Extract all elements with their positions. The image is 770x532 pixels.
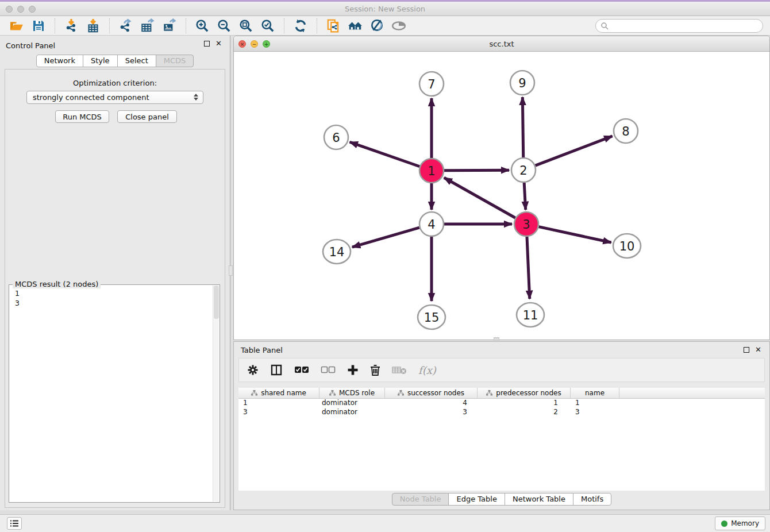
export-image-icon[interactable]	[161, 18, 178, 34]
tab-node-table[interactable]: Node Table	[392, 493, 449, 506]
unselect-all-columns-icon[interactable]	[321, 366, 336, 374]
control-panel-title: Control Panel	[6, 41, 55, 50]
table-cell: 2	[478, 408, 571, 417]
add-column-icon[interactable]	[347, 364, 359, 376]
export-table-icon[interactable]	[139, 18, 156, 34]
network-minimize-icon[interactable]: −	[251, 40, 258, 48]
duplicate-network-icon[interactable]	[325, 18, 342, 34]
network-node-10[interactable]: 10	[613, 234, 641, 258]
task-history-button[interactable]	[7, 517, 22, 530]
edge-1-to-6[interactable]	[350, 142, 420, 166]
memory-button[interactable]: Memory	[715, 516, 765, 530]
edge-3-to-11[interactable]	[527, 237, 530, 299]
network-node-8[interactable]: 8	[614, 119, 638, 143]
node-label: 14	[329, 245, 345, 259]
edge-3-to-1[interactable]	[444, 178, 515, 218]
sort-tree-icon	[329, 390, 336, 396]
network-node-11[interactable]: 11	[517, 303, 544, 327]
table-cell: 1	[478, 399, 571, 408]
search-icon	[600, 22, 609, 30]
network-node-15[interactable]: 15	[418, 305, 445, 329]
network-close-icon[interactable]: ×	[238, 40, 246, 48]
network-node-3[interactable]: 3	[514, 212, 538, 236]
column-header-MCDS-role[interactable]: MCDS role	[319, 388, 385, 398]
node-label: 8	[622, 125, 629, 138]
column-header-name[interactable]: name	[571, 388, 619, 398]
column-header-predecessor-nodes[interactable]: predecessor nodes	[478, 388, 571, 398]
search-input[interactable]	[595, 19, 763, 33]
node-label: 10	[619, 240, 635, 253]
zoom-fit-icon[interactable]	[237, 18, 255, 34]
refresh-layout-icon[interactable]	[292, 18, 309, 34]
table-cell: 1	[571, 399, 619, 408]
edge-1-to-2[interactable]	[444, 170, 509, 171]
delete-column-icon[interactable]	[370, 364, 380, 376]
close-panel-icon[interactable]: ✕	[215, 41, 222, 47]
network-node-14[interactable]: 14	[323, 240, 351, 264]
select-all-columns-icon[interactable]	[294, 366, 309, 374]
node-label: 7	[428, 78, 435, 91]
tab-network-table[interactable]: Network Table	[505, 493, 573, 506]
close-window-button[interactable]	[6, 6, 13, 13]
split-columns-icon[interactable]	[270, 364, 283, 376]
tab-style[interactable]: Style	[83, 55, 118, 67]
column-header-shared-name[interactable]: shared name	[238, 388, 319, 398]
close-table-panel-icon[interactable]: ✕	[755, 347, 761, 353]
edge-2-to-3[interactable]	[524, 183, 526, 210]
optimization-criterion-select[interactable]: strongly connected component	[26, 91, 203, 104]
network-node-6[interactable]: 6	[324, 125, 348, 149]
tab-select[interactable]: Select	[117, 55, 156, 67]
network-maximize-icon[interactable]: +	[263, 40, 270, 48]
horizontal-splitter-handle[interactable]	[494, 337, 499, 341]
zoom-out-icon[interactable]	[215, 18, 233, 34]
network-node-9[interactable]: 9	[510, 71, 534, 95]
network-node-7[interactable]: 7	[419, 72, 444, 96]
close-panel-button[interactable]: Close panel	[117, 110, 177, 123]
zoom-window-button[interactable]	[29, 6, 36, 13]
optimization-criterion-label: Optimization criterion:	[5, 79, 225, 87]
vertical-splitter-handle[interactable]	[229, 265, 233, 276]
titlebar: Session: New Session	[0, 2, 770, 16]
open-folder-icon[interactable]	[8, 18, 25, 34]
result-scrollbar[interactable]	[213, 286, 219, 502]
table-cell: dominator	[319, 408, 385, 417]
export-network-icon[interactable]	[117, 18, 134, 34]
table-row[interactable]: 3dominator323	[238, 408, 765, 417]
minimize-window-button[interactable]	[17, 6, 24, 13]
zoom-in-icon[interactable]	[194, 18, 211, 34]
select-stepper-icon	[194, 94, 198, 101]
edge-2-to-8[interactable]	[536, 136, 613, 165]
delete-table-icon[interactable]	[392, 365, 407, 375]
column-header-successor-nodes[interactable]: successor nodes	[385, 388, 478, 398]
import-network-icon[interactable]	[63, 18, 80, 34]
table-row[interactable]: 1dominator411	[238, 399, 765, 408]
tab-mcds[interactable]: MCDS	[156, 55, 194, 67]
toolbar-separator	[186, 18, 186, 33]
save-icon[interactable]	[30, 18, 47, 34]
paint-toggle-icon[interactable]	[368, 18, 386, 34]
run-mcds-button[interactable]: Run MCDS	[55, 110, 109, 123]
float-table-panel-icon[interactable]	[744, 347, 749, 353]
function-builder-icon[interactable]: f(x)	[418, 364, 436, 376]
control-panel-tabs: NetworkStyleSelectMCDS	[0, 55, 230, 67]
network-canvas[interactable]: 7968124314101511	[234, 52, 769, 340]
tab-motifs[interactable]: Motifs	[573, 493, 611, 506]
edge-4-to-14[interactable]	[352, 228, 419, 247]
table-toolbar: f(x)	[238, 358, 765, 382]
network-node-4[interactable]: 4	[419, 212, 444, 236]
network-window-titlebar[interactable]: × − + scc.txt	[234, 36, 769, 52]
status-bar: Memory	[0, 514, 770, 532]
import-table-icon[interactable]	[84, 18, 102, 34]
home-icon[interactable]	[346, 18, 364, 34]
gear-icon[interactable]	[247, 364, 259, 376]
network-node-2[interactable]: 2	[511, 158, 536, 182]
edge-3-to-10[interactable]	[538, 227, 611, 242]
float-panel-icon[interactable]	[204, 41, 210, 47]
tab-edge-table[interactable]: Edge Table	[448, 493, 505, 506]
network-node-1[interactable]: 1	[419, 159, 444, 183]
zoom-selected-icon[interactable]	[259, 18, 276, 34]
edge-2-to-9[interactable]	[522, 97, 523, 157]
eye-icon[interactable]	[390, 18, 407, 34]
table-cell: dominator	[319, 399, 385, 408]
tab-network[interactable]: Network	[36, 55, 83, 67]
